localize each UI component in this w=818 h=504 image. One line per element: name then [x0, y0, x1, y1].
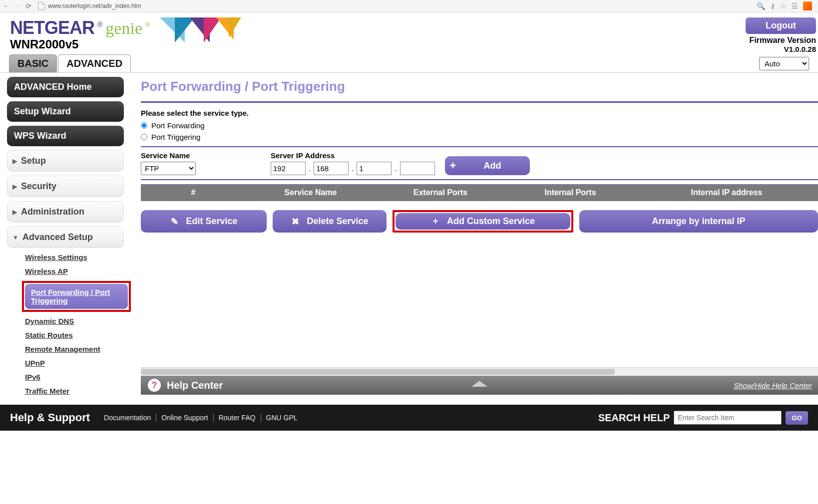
header-graphic — [160, 17, 241, 42]
show-hide-help-link[interactable]: Show/Hide Help Center — [734, 381, 812, 390]
caret-right-icon: ▶ — [12, 209, 17, 216]
service-type-label: Please select the service type. — [141, 109, 818, 117]
server-ip-label: Server IP Address — [271, 151, 435, 160]
ip-octet-4[interactable] — [400, 162, 435, 175]
radio-port-forwarding[interactable] — [141, 122, 147, 129]
ip-octet-3[interactable] — [357, 162, 392, 175]
sub-dynamic-dns[interactable]: Dynamic DNS — [25, 317, 74, 325]
url-text: www.routerlogin.net/adv_index.htm — [48, 2, 141, 9]
footer-documentation[interactable]: Documentation — [99, 414, 156, 422]
extension-icon[interactable] — [803, 1, 812, 10]
main-content: Port Forwarding / Port Triggering Please… — [138, 73, 818, 395]
sidebar-submenu: Wireless Settings Wireless AP Port Forwa… — [7, 253, 136, 396]
sidebar-setup-wizard[interactable]: Setup Wizard — [7, 101, 124, 122]
radio-port-triggering-label: Port Triggering — [151, 133, 200, 141]
brand-netgear: NETGEAR — [10, 17, 94, 38]
col-external-ports: External Ports — [376, 188, 505, 197]
footer-online-support[interactable]: Online Support — [156, 414, 213, 422]
horizontal-scrollbar[interactable] — [141, 367, 818, 376]
back-icon[interactable]: ← — [3, 2, 10, 9]
star-icon[interactable]: ☆ — [780, 2, 787, 10]
page-icon — [38, 2, 45, 10]
dot: . — [352, 164, 354, 173]
search-help-label: SEARCH HELP — [598, 412, 670, 424]
footer-title: Help & Support — [10, 411, 90, 424]
sidebar-advanced-home[interactable]: ADVANCED Home — [7, 77, 124, 97]
language-select-wrap: Auto — [759, 57, 809, 70]
divider — [141, 146, 818, 147]
pencil-icon: ✎ — [170, 216, 179, 227]
firmware-label: Firmware Version — [746, 36, 816, 45]
sidebar-administration[interactable]: ▶Administration — [7, 201, 124, 223]
caret-right-icon: ▶ — [12, 183, 17, 190]
table-header: # Service Name External Ports Internal P… — [141, 184, 818, 201]
action-row: ✎ Edit Service ✖ Delete Service + Add Cu… — [141, 210, 818, 233]
dot: . — [309, 164, 311, 173]
forward-icon[interactable]: → — [14, 2, 21, 9]
sub-wireless-ap[interactable]: Wireless AP — [25, 267, 68, 275]
tabs-row: BASIC ADVANCED Auto — [0, 54, 818, 73]
service-name-label: Service Name — [141, 151, 196, 160]
ip-octet-1[interactable] — [271, 162, 306, 175]
add-custom-service-button[interactable]: + Add Custom Service — [396, 213, 570, 230]
search-help-input[interactable] — [674, 411, 782, 425]
question-icon: ? — [148, 379, 161, 392]
brand-genie: genie — [105, 19, 142, 38]
dot: . — [395, 164, 397, 173]
arrange-button[interactable]: Arrange by internal IP — [579, 210, 818, 233]
chevron-up-icon[interactable] — [471, 381, 487, 387]
sub-port-forwarding[interactable]: Port Forwarding / Port Triggering — [25, 284, 128, 309]
sub-remote-management[interactable]: Remote Management — [25, 345, 100, 353]
go-button[interactable]: GO — [786, 411, 808, 425]
help-center-bar[interactable]: ? Help Center Show/Hide Help Center — [141, 376, 818, 395]
footer-links: Documentation Online Support Router FAQ … — [99, 414, 303, 422]
registered-icon: ® — [97, 20, 102, 28]
sub-wireless-settings[interactable]: Wireless Settings — [25, 253, 87, 261]
sidebar-security[interactable]: ▶Security — [7, 176, 124, 197]
firmware-version: V1.0.0.28 — [746, 45, 816, 53]
footer: Help & Support Documentation Online Supp… — [0, 405, 818, 431]
sub-static-routes[interactable]: Static Routes — [25, 331, 73, 339]
col-internal-ports: Internal Ports — [505, 188, 635, 197]
sidebar: ADVANCED Home Setup Wizard WPS Wizard ▶S… — [0, 73, 138, 405]
help-center-title: Help Center — [167, 380, 223, 391]
app-header: NETGEAR® genie® WNR2000v5 Logout Firmwar… — [0, 12, 818, 51]
radio-port-triggering[interactable] — [141, 134, 147, 140]
sidebar-wps-wizard[interactable]: WPS Wizard — [7, 126, 124, 146]
sidebar-setup[interactable]: ▶Setup — [7, 150, 124, 172]
language-select[interactable]: Auto — [759, 57, 809, 70]
sidebar-advanced-setup[interactable]: ▼Advanced Setup — [7, 227, 124, 248]
key-icon[interactable]: ⚷ — [770, 2, 775, 10]
tab-advanced[interactable]: ADVANCED — [58, 54, 131, 72]
edit-service-button[interactable]: ✎ Edit Service — [141, 210, 267, 233]
menu-icon[interactable]: ☰ — [792, 2, 798, 10]
caret-right-icon: ▶ — [12, 158, 17, 165]
add-button[interactable]: + Add — [445, 156, 530, 175]
footer-router-faq[interactable]: Router FAQ — [214, 414, 261, 422]
scrollbar-thumb[interactable] — [141, 369, 615, 375]
sub-traffic-meter[interactable]: Traffic Meter — [25, 387, 69, 395]
model-label: WNR2000v5 — [10, 37, 150, 51]
service-name-select[interactable]: FTP — [141, 162, 196, 175]
x-icon: ✖ — [291, 216, 300, 227]
highlight-annotation: + Add Custom Service — [393, 210, 573, 233]
plus-icon: + — [450, 159, 456, 172]
tab-basic[interactable]: BASIC — [9, 54, 57, 72]
browser-toolbar: ← → ⟳ www.routerlogin.net/adv_index.htm … — [0, 0, 818, 12]
registered-icon: ® — [145, 21, 150, 28]
divider — [141, 179, 818, 180]
delete-service-button[interactable]: ✖ Delete Service — [273, 210, 387, 233]
caret-down-icon: ▼ — [12, 234, 18, 241]
footer-gnu-gpl[interactable]: GNU GPL — [261, 414, 303, 422]
col-service-name: Service Name — [246, 188, 376, 197]
ip-octet-2[interactable] — [314, 162, 349, 175]
reload-icon[interactable]: ⟳ — [25, 2, 32, 9]
address-bar[interactable]: www.routerlogin.net/adv_index.htm — [36, 2, 753, 10]
highlight-annotation: Port Forwarding / Port Triggering — [22, 281, 131, 312]
logout-button[interactable]: Logout — [746, 17, 816, 34]
sub-upnp[interactable]: UPnP — [25, 359, 45, 367]
zoom-icon[interactable]: 🔍 — [757, 2, 765, 10]
sub-ipv6[interactable]: IPv6 — [25, 373, 40, 381]
page-title: Port Forwarding / Port Triggering — [141, 79, 818, 94]
plus-icon: + — [431, 216, 440, 227]
